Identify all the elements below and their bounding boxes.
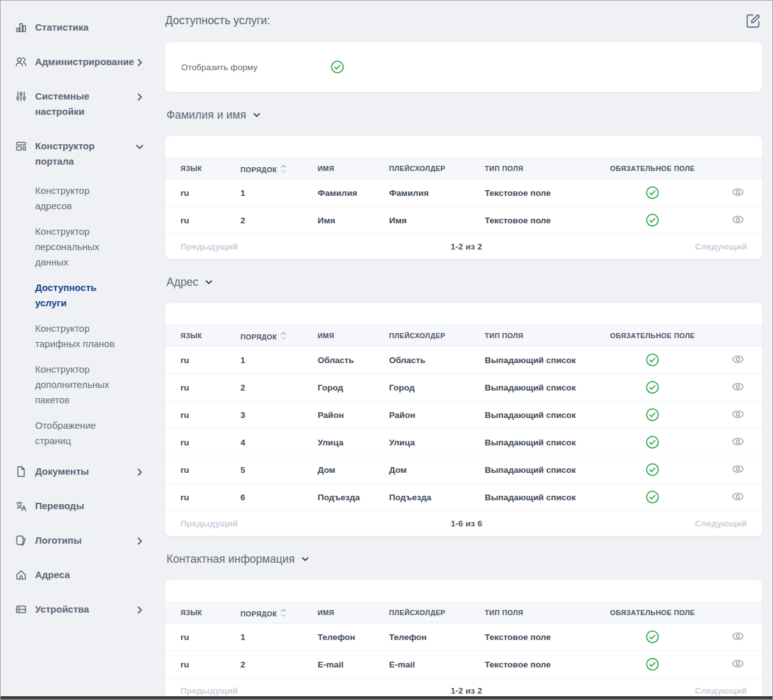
eye-icon[interactable]: [731, 491, 745, 504]
column-header: ИМЯ: [302, 325, 374, 346]
sidebar-item-label: Статистика: [35, 20, 145, 35]
sidebar-item-logos[interactable]: Логотипы: [1, 528, 154, 553]
section-surname-name: Фамилия и имя ЯЗЫКПОРЯДОКИМЯПЛЕЙСХОЛДЕРТ…: [165, 106, 762, 259]
cell-name: Город: [302, 374, 374, 401]
section-heading-address[interactable]: Адрес: [166, 273, 762, 290]
sort-arrows-icon: [281, 164, 286, 174]
column-header: ПЛЕЙСХОЛДЕР: [374, 325, 469, 346]
required-check-circle-icon: [645, 490, 659, 504]
sidebar-item-devices[interactable]: Устройства: [1, 597, 154, 622]
cell-name: Фамилия: [302, 179, 374, 207]
title-row: Доступность услуги:: [165, 12, 762, 29]
table-row: ru 1 Область Область Выпадающий список: [165, 346, 762, 374]
chevron-down-icon: [253, 108, 261, 123]
cell-lang: ru: [165, 456, 225, 484]
pagination-prev-button[interactable]: Предыдущий: [180, 519, 238, 528]
sidebar-item-statistics[interactable]: Статистика: [1, 15, 154, 40]
eye-icon[interactable]: [731, 354, 745, 367]
cell-field-type: Выпадающий список: [469, 374, 592, 401]
cell-field-type: Текстовое поле: [469, 179, 592, 207]
sidebar-item-addresses[interactable]: Адреса: [1, 562, 154, 588]
sidebar-subitem-service-availability[interactable]: Доступность услуги: [35, 278, 128, 313]
section-contact-info: Контактная информация ЯЗЫКПОРЯДОКИМЯПЛЕЙ…: [165, 550, 762, 700]
sidebar-item-label: Конструктор портала: [35, 138, 135, 169]
pagination-next-button[interactable]: Следующий: [695, 686, 747, 696]
sidebar-subitem-address-constructor[interactable]: Конструктор адресов: [35, 181, 128, 216]
pagination-next-button[interactable]: Следующий: [695, 519, 747, 528]
required-check-circle-icon: [645, 463, 659, 477]
form-visibility-card: Отобразить форму: [165, 42, 762, 92]
cell-field-type: Выпадающий список: [469, 456, 592, 484]
eye-icon[interactable]: [731, 658, 745, 671]
sidebar-subitem-tariff-constructor[interactable]: Конструктор тарифных планов: [35, 318, 128, 354]
show-form-label: Отобразить форму: [181, 63, 330, 72]
cell-lang: ru: [165, 401, 225, 429]
table-row: ru 1 Телефон Телефон Текстовое поле: [165, 623, 762, 651]
cell-name: Дом: [302, 456, 374, 484]
column-header-actions: [713, 158, 762, 179]
column-header: ТИП ПОЛЯ: [469, 325, 592, 346]
sidebar-item-label: Логотипы: [35, 533, 135, 548]
column-header[interactable]: ПОРЯДОК: [225, 602, 302, 623]
page-title: Доступность услуги:: [165, 12, 270, 29]
cell-lang: ru: [165, 346, 225, 374]
sidebar-item-label: Документы: [35, 464, 135, 479]
table-row: ru 2 Имя Имя Текстовое поле: [165, 207, 762, 234]
sidebar-item-portal-constructor[interactable]: Конструктор портала: [1, 133, 154, 174]
eye-icon[interactable]: [731, 436, 745, 449]
cell-name: E-mail: [302, 651, 374, 678]
translate-icon: [15, 500, 27, 512]
column-header: ТИП ПОЛЯ: [469, 158, 592, 179]
sidebar-item-documents[interactable]: Документы: [1, 459, 154, 484]
cell-placeholder: Телефон: [374, 623, 469, 651]
pagination-prev-button[interactable]: Предыдущий: [180, 242, 238, 251]
cell-order: 3: [225, 401, 302, 429]
pagination-prev-button[interactable]: Предыдущий: [180, 686, 238, 696]
fields-table: ЯЗЫКПОРЯДОКИМЯПЛЕЙСХОЛДЕРТИП ПОЛЯОБЯЗАТЕ…: [165, 602, 762, 678]
cell-lang: ru: [165, 623, 225, 651]
fields-table: ЯЗЫКПОРЯДОКИМЯПЛЕЙСХОЛДЕРТИП ПОЛЯОБЯЗАТЕ…: [165, 325, 762, 511]
column-header[interactable]: ПОРЯДОК: [225, 325, 302, 346]
home-icon: [15, 569, 27, 581]
eye-icon[interactable]: [731, 630, 745, 644]
eye-icon[interactable]: [731, 463, 745, 477]
sidebar: Статистика Администрирование Системные н…: [1, 1, 154, 699]
cell-name: Телефон: [302, 623, 374, 651]
edit-square-icon[interactable]: [745, 12, 762, 29]
required-check-circle-icon: [645, 657, 659, 671]
section-heading-contact-info[interactable]: Контактная информация: [166, 550, 762, 567]
cell-order: 5: [225, 456, 302, 484]
cell-order: 1: [225, 179, 302, 207]
eye-icon[interactable]: [731, 186, 745, 200]
sidebar-item-administration[interactable]: Администрирование: [1, 49, 154, 75]
sidebar-item-system-settings[interactable]: Системные настройки: [1, 84, 154, 124]
check-circle-icon[interactable]: [330, 60, 344, 74]
sidebar-subitem-personal-data-constructor[interactable]: Конструктор персональных данных: [35, 221, 128, 272]
pagination: Предыдущий 1-6 из 6 Следующий: [165, 511, 762, 536]
cell-field-type: Текстовое поле: [469, 623, 592, 651]
cell-field-type: Выпадающий список: [469, 484, 592, 511]
section-address: Адрес ЯЗЫКПОРЯДОКИМЯПЛЕЙСХОЛДЕРТИП ПОЛЯО…: [165, 273, 762, 536]
eye-icon[interactable]: [731, 214, 745, 227]
sidebar-item-translations[interactable]: Переводы: [1, 493, 154, 519]
sidebar-subitem-page-display[interactable]: Отображение страниц: [35, 415, 128, 451]
cell-name: Район: [302, 401, 374, 429]
cell-lang: ru: [165, 207, 225, 234]
eye-icon[interactable]: [731, 408, 745, 422]
column-header[interactable]: ПОРЯДОК: [225, 158, 302, 179]
table-row: ru 1 Фамилия Фамилия Текстовое поле: [165, 179, 762, 207]
pagination-range: 1-2 из 2: [450, 686, 482, 696]
sidebar-subitem-extra-packages-constructor[interactable]: Конструктор дополнительных пакетов: [35, 359, 128, 410]
chevron-right-icon: [135, 604, 145, 614]
table-row: ru 2 Город Город Выпадающий список: [165, 374, 762, 401]
cell-order: 4: [225, 429, 302, 456]
pagination-range: 1-6 из 6: [450, 519, 482, 528]
cell-order: 1: [225, 623, 302, 651]
chevron-down-icon: [205, 275, 213, 290]
bar-chart-icon: [15, 21, 27, 34]
chevron-right-icon: [135, 57, 145, 67]
cell-field-type: Выпадающий список: [469, 401, 592, 429]
eye-icon[interactable]: [731, 381, 745, 394]
section-heading-surname-name[interactable]: Фамилия и имя: [166, 106, 762, 123]
pagination-next-button[interactable]: Следующий: [695, 242, 747, 251]
